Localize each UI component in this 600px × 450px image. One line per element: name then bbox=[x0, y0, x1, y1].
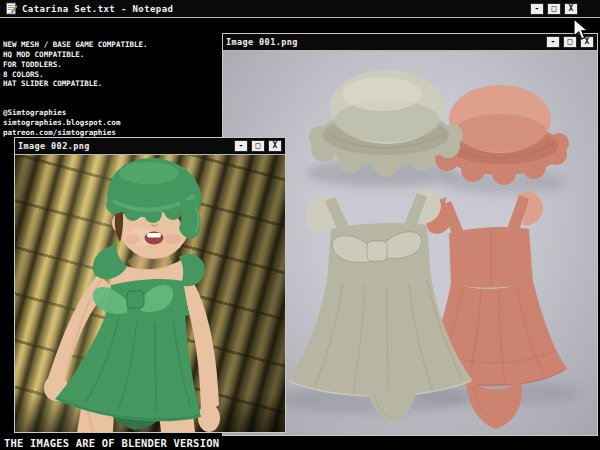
notepad-text: NEW MESH / BASE GAME COMPATIBLE. HQ MOD … bbox=[3, 40, 148, 137]
notepad-maximize-button[interactable]: □ bbox=[547, 3, 561, 15]
notepad-window-controls: - □ X bbox=[530, 3, 578, 15]
image-002-maximize-button[interactable]: □ bbox=[251, 140, 265, 152]
notepad-close-button[interactable]: X bbox=[564, 3, 578, 15]
image-002-title: Image 002.png bbox=[18, 141, 90, 151]
notepad-titlebar[interactable]: Catarina Set.txt - Notepad - □ X bbox=[0, 0, 600, 18]
image-002-close-button[interactable]: X bbox=[268, 140, 282, 152]
image-002-minimize-button[interactable]: - bbox=[234, 140, 248, 152]
image-002-window: Image 002.png - □ X bbox=[14, 137, 286, 433]
image-001-titlebar[interactable]: Image 001.png - □ X bbox=[223, 34, 597, 51]
toddler-render bbox=[15, 155, 285, 432]
image-001-minimize-button[interactable]: - bbox=[546, 36, 560, 48]
notepad-footer-text: THE IMAGES ARE OF BLENDER VERSION bbox=[4, 437, 219, 449]
mouse-cursor bbox=[573, 18, 589, 42]
notepad-minimize-button[interactable]: - bbox=[530, 3, 544, 15]
image-001-title: Image 001.png bbox=[226, 37, 298, 47]
notepad-icon bbox=[5, 2, 18, 15]
image-002-titlebar[interactable]: Image 002.png - □ X bbox=[15, 138, 285, 155]
toddler-mouth bbox=[145, 232, 164, 245]
image-002-window-controls: - □ X bbox=[234, 140, 282, 152]
desktop: Catarina Set.txt - Notepad - □ X NEW MES… bbox=[0, 0, 600, 450]
notepad-title: Catarina Set.txt - Notepad bbox=[22, 4, 173, 14]
image-002-content bbox=[15, 155, 285, 432]
